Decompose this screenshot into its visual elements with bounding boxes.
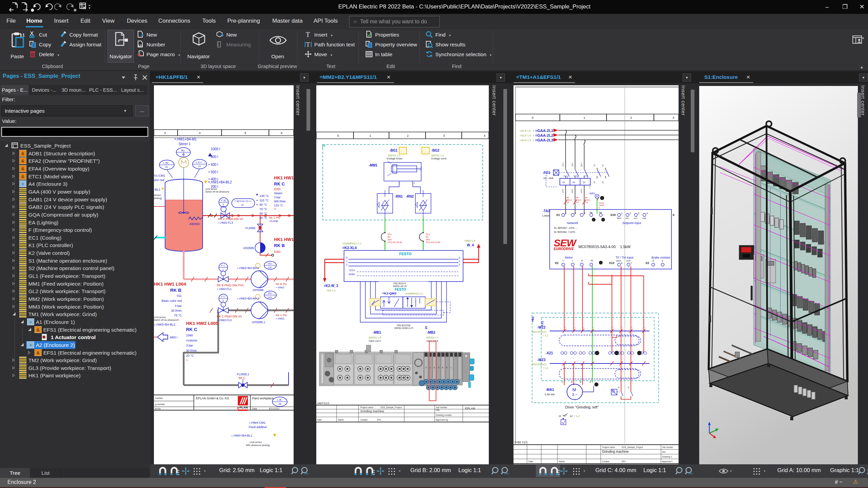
svg-text:Basic color red: Basic color red xyxy=(161,299,182,303)
svg-text:F C: F C xyxy=(221,264,225,267)
svg-text:◌: ◌ xyxy=(401,149,402,153)
svg-text:20: 20 xyxy=(165,166,168,168)
svg-text:123: 123 xyxy=(138,44,143,47)
svg-text:=.HW2-: =.HW2- xyxy=(276,286,285,289)
svg-text:3 bar: 3 bar xyxy=(175,304,182,308)
svg-text:GND: GND xyxy=(642,217,646,219)
svg-text:Motor: Motor xyxy=(565,256,573,259)
svg-text:With ultrasound (analog): With ultrasound (analog) xyxy=(246,444,270,447)
svg-text:X12: X12 xyxy=(609,261,614,265)
svg-text:30 l/min: 30 l/min xyxy=(171,309,182,312)
svg-text:3x 380VAC -10% ...: 3x 380VAC -10% ... xyxy=(554,226,577,229)
svg-text:E: E xyxy=(438,367,439,369)
svg-text:500 l: 500 l xyxy=(211,170,218,174)
svg-text:-GP0086.1: -GP0086.1 xyxy=(251,320,265,324)
svg-text:101: 101 xyxy=(268,266,272,269)
svg-text:Setpoint input: Setpoint input xyxy=(622,221,641,225)
svg-text:M: M xyxy=(572,387,576,392)
svg-text:Name: Name xyxy=(338,419,344,421)
svg-text:3: 3 xyxy=(443,134,445,137)
svg-text:RK C PN: RK C PN xyxy=(269,216,280,219)
svg-text:75 °C: 75 °C xyxy=(174,314,182,317)
svg-text:0.82 b: 0.82 b xyxy=(576,199,581,201)
svg-text:3 bar: 3 bar xyxy=(274,196,281,199)
svg-text:3D: 3D xyxy=(182,153,185,156)
svg-text:x: x xyxy=(644,326,645,328)
svg-text:e: e xyxy=(237,406,239,410)
svg-text:analog): analog) xyxy=(154,197,162,200)
svg-text:-XD0085: -XD0085 xyxy=(243,246,254,250)
svg-text:1,5kW: 1,5kW xyxy=(542,214,550,217)
svg-text:X1: X1 xyxy=(556,213,560,217)
svg-text:RK B: RK B xyxy=(274,243,285,248)
svg-text:-BG1: -BG1 xyxy=(389,149,397,152)
svg-text:F 3C: F 3C xyxy=(221,199,226,202)
svg-text:=.HW1+B4-M1: =.HW1+B4-M1 xyxy=(174,137,197,141)
svg-text:BK: BK xyxy=(576,197,579,199)
svg-text:T 3(Ch+S++Z+++: T 3(Ch+S++Z+++ xyxy=(234,200,252,203)
svg-text:PLAN: PLAN xyxy=(239,406,248,409)
svg-text:E002: E002 xyxy=(274,250,281,253)
svg-text:1: 1 xyxy=(369,134,371,137)
svg-text:V: V xyxy=(572,260,573,262)
svg-text:30 a: 30 a xyxy=(388,233,392,235)
svg-text:L 3E: L 3E xyxy=(163,162,168,164)
svg-text:RK C: RK C xyxy=(274,181,285,186)
svg-text:/ 1.2: / 1.2 xyxy=(574,415,580,418)
svg-text:=MM1/ 1.6: =MM1/ 1.6 xyxy=(464,240,475,242)
svg-text:-WE1: -WE1 xyxy=(589,192,596,195)
svg-text:-E80084: -E80084 xyxy=(189,222,200,226)
svg-text:-MM1: -MM1 xyxy=(369,163,378,167)
svg-text:3: 3 xyxy=(222,300,224,302)
svg-text:&DFS1/ 1.7: &DFS1/ 1.7 xyxy=(426,336,438,339)
svg-text:Grinding machine: Grinding machine xyxy=(360,409,384,413)
svg-text:PUN-6X1-25-BL: PUN-6X1-25-BL xyxy=(388,241,403,243)
svg-text:101: 101 xyxy=(268,296,272,298)
svg-text:900 l/min: 900 l/min xyxy=(274,200,286,203)
svg-text:22: 22 xyxy=(602,181,604,183)
svg-text:=.HW1-FL3: =.HW1-FL3 xyxy=(218,221,233,224)
svg-text:50 °C: 50 °C xyxy=(259,212,267,215)
svg-text:sensor: sensor xyxy=(154,194,161,196)
svg-text:&DFS1/ 1.1: &DFS1/ 1.1 xyxy=(388,154,400,157)
svg-text:x: x xyxy=(593,326,594,328)
svg-text:800 l: 800 l xyxy=(211,155,218,159)
svg-text:100: 100 xyxy=(505,472,509,475)
svg-text:x: x xyxy=(565,326,566,328)
svg-text:Level sensor: Level sensor xyxy=(249,441,262,443)
svg-text:1090: 1090 xyxy=(186,334,193,337)
svg-text:=.HW4+B4-BL1: =.HW4+B4-BL1 xyxy=(231,434,252,437)
svg-text:12/14: 12/14 xyxy=(349,269,355,271)
svg-text:0,55 kW: 0,55 kW xyxy=(545,393,555,396)
svg-text:130 °C: 130 °C xyxy=(259,194,269,198)
svg-text:Project name: Project name xyxy=(360,406,373,409)
svg-text:ESS_Sample_Project: ESS_Sample_Project xyxy=(381,406,402,409)
svg-text:0: 0 xyxy=(532,116,533,119)
svg-text:Approved l: Approved l xyxy=(662,460,673,463)
svg-text:U: U xyxy=(563,260,564,262)
svg-text:Drive "Grinding, left": Drive "Grinding, left" xyxy=(565,405,599,409)
svg-text:-FC1: -FC1 xyxy=(543,171,550,175)
svg-text:T: T xyxy=(306,31,310,38)
svg-text:=.HW2+B4-MA1: =.HW2+B4-MA1 xyxy=(237,266,259,270)
svg-text:1: 1 xyxy=(621,212,622,215)
svg-text:*-: *- xyxy=(186,359,188,362)
svg-text:◌: ◌ xyxy=(423,149,425,153)
svg-text:RK C PN20 DIN VA: RK C PN20 DIN VA xyxy=(217,315,242,318)
svg-text:8/12/2022: 8/12/2022 xyxy=(269,407,279,410)
svg-text:RK C: RK C xyxy=(238,376,245,380)
svg-text:I>: I> xyxy=(583,181,586,184)
svg-text:U1: U1 xyxy=(561,381,563,383)
svg-text:&DFS1/ 1.3: &DFS1/ 1.3 xyxy=(431,154,443,157)
svg-text:3: 3 xyxy=(459,263,460,266)
svg-text:*-: *- xyxy=(178,318,180,322)
svg-text:4G2,5+(2x1): 4G2,5+(2x1) xyxy=(532,330,546,333)
svg-text:6: 6 xyxy=(621,262,622,264)
svg-text:=GAA-2L1: =GAA-2L1 xyxy=(535,129,553,133)
svg-text:-RN1: -RN1 xyxy=(395,195,403,198)
svg-text:-FL0085: -FL0085 xyxy=(245,226,255,230)
svg-text:011: 011 xyxy=(177,294,182,297)
svg-text:10...16A: 10...16A xyxy=(543,177,553,180)
svg-text:BU: BU xyxy=(181,149,185,152)
svg-text:=.HW1+B4-BL2: =.HW1+B4-BL2 xyxy=(208,180,232,184)
